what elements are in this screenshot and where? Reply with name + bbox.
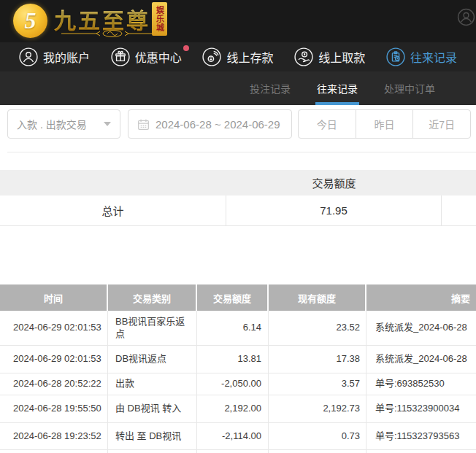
records-icon — [386, 47, 405, 66]
active-tab-underline — [315, 102, 359, 105]
cell-type: 由 DB视讯 转入 — [108, 395, 197, 423]
nav-label: 线上存款 — [226, 48, 273, 66]
summary-header-empty — [442, 170, 476, 195]
summary-total-label: 总计 — [0, 195, 226, 225]
nav-label: 线上取款 — [318, 48, 365, 66]
cell-amount: 2,192.00 — [197, 395, 269, 423]
cell-summary: 单号:693852530 — [366, 373, 476, 395]
cell-balance: 3.57 — [269, 373, 366, 395]
table-row-partial — [0, 450, 476, 453]
nav-label: 我的账户 — [43, 48, 90, 66]
top-logo-bar: 5 九五至尊 娱乐城 — [0, 0, 476, 42]
nav-item-transaction-records[interactable]: 往来记录 — [386, 47, 457, 66]
cell-type: BB视讯百家乐返点 — [108, 311, 197, 346]
cell-amount: -2,114.00 — [197, 423, 269, 450]
tab-processing-orders[interactable]: 处理中订单 — [384, 71, 435, 105]
cell-balance: 2,192.73 — [269, 395, 366, 423]
summary-table-header-row: 交易额度 — [0, 170, 476, 195]
nav-item-online-deposit[interactable]: 线上存款 — [202, 47, 273, 66]
cell-amount: 6.14 — [197, 311, 269, 346]
chevron-down-icon — [104, 122, 111, 126]
gift-icon — [111, 47, 130, 66]
tab-label: 往来记录 — [317, 81, 358, 96]
withdraw-icon — [294, 47, 313, 66]
table-row: 2024-06-28 20:52:22 出款 -2,050.00 3.57 单号… — [0, 373, 476, 395]
nav-label: 往来记录 — [410, 48, 457, 66]
cell-time: 2024-06-29 02:01:53 — [0, 346, 108, 373]
section-divider — [7, 152, 476, 152]
transaction-type-value: 入款 . 出款交易 — [17, 117, 104, 131]
nav-label: 优惠中心 — [135, 48, 182, 66]
col-header-balance: 现有额度 — [269, 284, 366, 311]
tab-label: 投注记录 — [250, 81, 291, 96]
summary-empty-cell — [442, 195, 476, 225]
transaction-type-select[interactable]: 入款 . 出款交易 — [7, 109, 120, 139]
cell-time: 2024-06-29 02:01:53 — [0, 311, 108, 346]
summary-total-value: 71.95 — [226, 195, 442, 225]
summary-total-row: 总计 71.95 — [0, 195, 476, 226]
cell-empty — [108, 450, 197, 453]
date-range-picker[interactable]: 2024-06-28 ~ 2024-06-29 — [128, 109, 292, 139]
cell-type: 出款 — [108, 373, 197, 395]
account-icon[interactable] — [457, 8, 475, 26]
cell-amount: 13.81 — [197, 346, 269, 373]
col-header-type: 交易类别 — [108, 284, 197, 311]
records-table: 时间 交易类别 交易额度 现有额度 摘要 2024-06-29 02:01:53… — [0, 284, 476, 453]
brand-suffix-box: 娱乐城 — [152, 2, 167, 36]
cell-empty — [269, 450, 366, 453]
summary-header-empty — [0, 170, 226, 195]
tab-label: 处理中订单 — [384, 81, 435, 96]
cell-summary: 单号:115323900034 — [366, 395, 476, 423]
cell-amount: -2,050.00 — [197, 373, 269, 395]
notification-dot-badge — [183, 45, 189, 51]
table-row: 2024-06-28 19:23:52 转出 至 DB视讯 -2,114.00 … — [0, 423, 476, 450]
brand-flourish-ornament — [61, 29, 164, 38]
summary-header-amount: 交易额度 — [226, 170, 442, 195]
cell-balance: 0.73 — [269, 423, 366, 450]
cell-summary: 系统派发_2024-06-28 — [366, 346, 476, 373]
cell-time: 2024-06-28 20:52:22 — [0, 373, 108, 395]
user-icon — [19, 47, 38, 66]
cell-empty — [197, 450, 269, 453]
table-row: 2024-06-28 19:55:50 由 DB视讯 转入 2,192.00 2… — [0, 395, 476, 423]
nav-item-promotions[interactable]: 优惠中心 — [111, 47, 182, 66]
cell-summary: 单号:115323793563 — [366, 423, 476, 450]
cell-type: DB视讯返点 — [108, 346, 197, 373]
last7days-button[interactable]: 近7日 — [412, 110, 470, 138]
tab-betting-records[interactable]: 投注记录 — [250, 71, 291, 105]
cell-balance: 23.52 — [269, 311, 366, 346]
cell-empty — [366, 450, 476, 453]
cell-time: 2024-06-28 19:55:50 — [0, 395, 108, 423]
col-header-time: 时间 — [0, 284, 108, 311]
deposit-icon — [202, 47, 221, 66]
brand-logo-icon[interactable]: 5 — [13, 4, 47, 38]
today-button[interactable]: 今日 — [299, 110, 356, 138]
cell-empty — [0, 450, 108, 453]
main-nav: 我的账户 优惠中心 线上存款 线上取款 — [0, 42, 476, 71]
nav-item-my-account[interactable]: 我的账户 — [19, 47, 90, 66]
summary-table: 交易额度 总计 71.95 — [0, 170, 476, 226]
brand-monogram: 5 — [25, 9, 37, 32]
brand-suffix: 娱乐城 — [154, 6, 166, 32]
cell-summary: 系统派发_2024-06-28 — [366, 311, 476, 346]
cell-time: 2024-06-28 19:23:52 — [0, 423, 108, 450]
nav-item-online-withdraw[interactable]: 线上取款 — [294, 47, 365, 66]
calendar-icon — [137, 118, 150, 131]
col-header-summary: 摘要 — [366, 284, 476, 311]
table-row: 2024-06-29 02:01:53 BB视讯百家乐返点 6.14 23.52… — [0, 311, 476, 346]
date-range-value: 2024-06-28 ~ 2024-06-29 — [156, 118, 280, 131]
quick-date-button-group: 今日 昨日 近7日 — [298, 109, 471, 139]
tab-transaction-records[interactable]: 往来记录 — [317, 71, 358, 105]
yesterday-button[interactable]: 昨日 — [356, 110, 413, 138]
table-row: 2024-06-29 02:01:53 DB视讯返点 13.81 17.38 系… — [0, 346, 476, 373]
cell-type: 转出 至 DB视讯 — [108, 423, 197, 450]
cell-balance: 17.38 — [269, 346, 366, 373]
records-tab-bar: 投注记录 往来记录 处理中订单 — [0, 71, 476, 105]
col-header-amount: 交易额度 — [197, 284, 269, 311]
records-table-header-row: 时间 交易类别 交易额度 现有额度 摘要 — [0, 284, 476, 311]
